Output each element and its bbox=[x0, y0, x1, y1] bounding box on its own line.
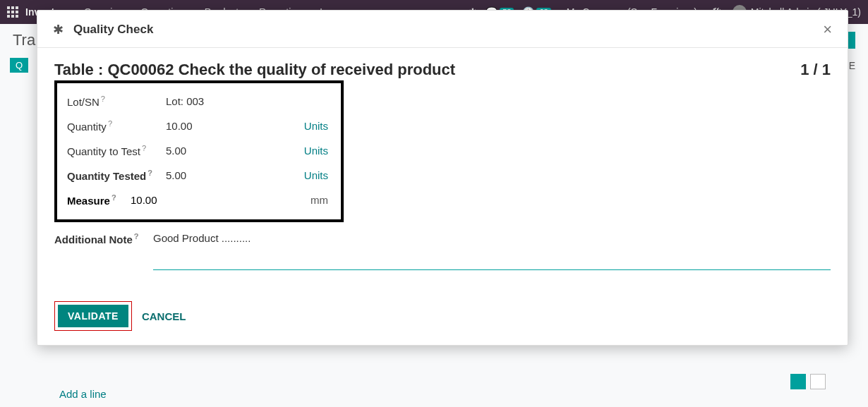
quantity-to-test-row: Quantity to Test? 5.00 Units bbox=[67, 138, 331, 163]
help-icon[interactable]: ? bbox=[111, 193, 116, 202]
quantity-to-test-label: Quantity to Test? bbox=[67, 144, 166, 157]
quality-check-modal: ✱ Quality Check × Table : QC00062 Check … bbox=[37, 10, 848, 346]
help-icon[interactable]: ? bbox=[142, 144, 146, 152]
measure-label: Measure? bbox=[67, 193, 131, 207]
help-icon[interactable]: ? bbox=[108, 119, 112, 128]
help-icon[interactable]: ? bbox=[134, 232, 139, 241]
modal-actions: VALIDATE CANCEL bbox=[54, 301, 831, 331]
modal-header: ✱ Quality Check × bbox=[37, 11, 848, 48]
lot-value[interactable]: Lot: 003 bbox=[166, 95, 251, 107]
modal-body: Table : QC00062 Check the quality of rec… bbox=[37, 48, 848, 345]
quantity-tested-unit[interactable]: Units bbox=[304, 169, 328, 181]
qc-heading: Table : QC00062 Check the quality of rec… bbox=[54, 61, 455, 79]
lot-label: Lot/SN? bbox=[67, 95, 166, 108]
cancel-button[interactable]: CANCEL bbox=[142, 310, 186, 322]
measure-value[interactable]: 10.00 bbox=[131, 194, 173, 206]
additional-note-label: Additional Note? bbox=[54, 232, 153, 245]
add-a-line-link[interactable]: Add a line bbox=[59, 388, 107, 400]
quantity-tested-label: Quantity Tested? bbox=[67, 169, 166, 182]
quantity-tested-value[interactable]: 5.00 bbox=[166, 169, 251, 181]
help-icon[interactable]: ? bbox=[147, 169, 152, 177]
quantity-label: Quantity? bbox=[67, 119, 166, 133]
quantity-row: Quantity? 10.00 Units bbox=[67, 114, 331, 138]
additional-note-value[interactable]: Good Product .......... bbox=[153, 232, 831, 270]
quantity-tested-row: Quantity Tested? 5.00 Units bbox=[67, 163, 331, 188]
measure-row: Measure? 10.00 mm bbox=[67, 188, 331, 212]
close-icon[interactable]: × bbox=[823, 22, 832, 37]
breadcrumb-fragment: Tra bbox=[13, 31, 35, 49]
apps-grid-icon[interactable] bbox=[7, 6, 18, 18]
validate-button[interactable]: VALIDATE bbox=[58, 305, 128, 327]
bug-icon: ✱ bbox=[53, 22, 64, 37]
validate-highlight: VALIDATE bbox=[54, 301, 132, 331]
quantity-to-test-value[interactable]: 5.00 bbox=[166, 145, 251, 157]
measure-unit: mm bbox=[311, 194, 328, 206]
quality-button-fragment[interactable]: Q bbox=[10, 58, 28, 73]
row-action-icons bbox=[790, 374, 826, 389]
qc-counter: 1 / 1 bbox=[800, 61, 831, 79]
qc-fields-box: Lot/SN? Lot: 003 Quantity? 10.00 Units Q… bbox=[54, 80, 344, 222]
modal-title: Quality Check bbox=[73, 23, 153, 37]
lot-row: Lot/SN? Lot: 003 bbox=[67, 89, 331, 114]
help-icon[interactable]: ? bbox=[101, 95, 105, 103]
row-action-icon-1[interactable] bbox=[790, 374, 806, 389]
quantity-value[interactable]: 10.00 bbox=[166, 120, 251, 132]
quantity-unit[interactable]: Units bbox=[304, 120, 328, 132]
quantity-to-test-unit[interactable]: Units bbox=[304, 145, 328, 157]
additional-note-row: Additional Note? Good Product .......... bbox=[54, 232, 831, 270]
row-action-icon-2[interactable] bbox=[810, 374, 826, 389]
